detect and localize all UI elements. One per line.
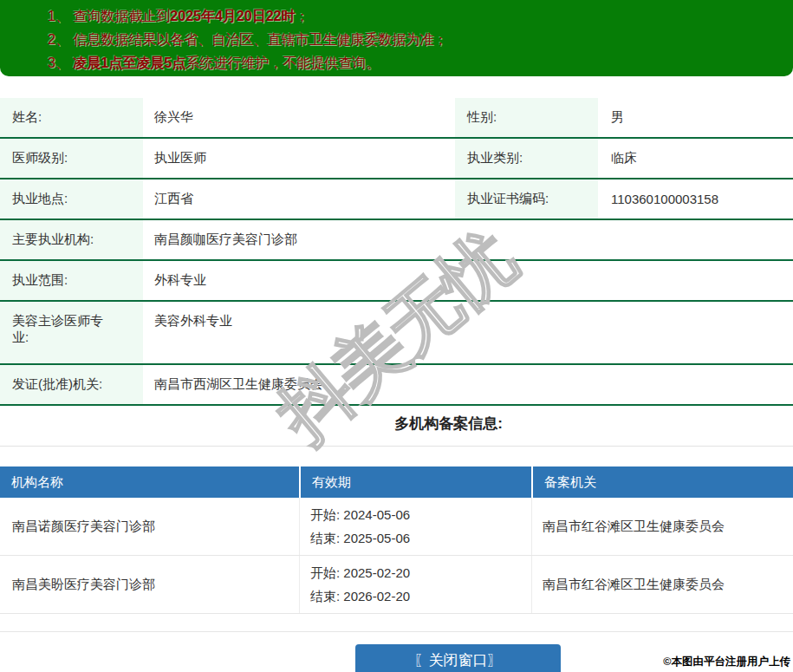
- doctor-info-table: 姓名: 徐兴华 性别: 男 医师级别: 执业医师 执业类别: 临床 执业地点: …: [0, 98, 793, 406]
- field-label-practice-location: 执业地点:: [0, 179, 143, 219]
- notice-line-number: 2、: [48, 32, 69, 47]
- field-label-main-institution: 主要执业机构:: [0, 220, 143, 259]
- table-row-name-gender: 姓名: 徐兴华 性别: 男: [0, 98, 793, 139]
- field-value-practice-scope: 外科专业: [143, 261, 793, 300]
- field-value-gender: 男: [598, 98, 793, 137]
- column-header-validity: 有效期: [299, 466, 531, 498]
- section-title-multi-institution: 多机构备案信息:: [52, 414, 793, 434]
- field-label-name: 姓名:: [0, 98, 143, 137]
- field-label-practice-scope: 执业范围:: [0, 261, 143, 300]
- table-row-issuing-authority: 发证(批准)机关: 南昌市西湖区卫生健康委员会: [0, 365, 793, 406]
- field-value-doctor-level: 执业医师: [143, 139, 455, 178]
- notice-line-1: 1、 查询数据截止到2025年4月20日22时；: [0, 4, 793, 28]
- field-label-gender: 性别:: [455, 98, 598, 137]
- filing-table-header: 机构名称 有效期 备案机关: [0, 466, 793, 498]
- notice-line-3: 3、 凌晨1点至凌晨5点系统进行维护，不能提供查询。: [0, 51, 793, 75]
- notice-line-2: 2、 信息数据结果以各省、自治区、直辖市卫生健康委数据为准；: [0, 28, 793, 51]
- validity-end: 结束: 2025-05-06: [310, 526, 531, 550]
- field-value-cosmetic-specialty: 美容外科专业: [143, 302, 793, 363]
- validity-end: 结束: 2026-02-20: [310, 584, 531, 608]
- field-label-doctor-level: 医师级别:: [0, 139, 143, 178]
- attribution-text: ©本图由平台注册用户上传: [663, 655, 790, 669]
- field-label-issuing-authority: 发证(批准)机关:: [0, 365, 143, 404]
- field-value-practice-location: 江西省: [143, 179, 455, 219]
- field-label-practice-category: 执业类别:: [455, 139, 598, 178]
- table-row-location-license: 执业地点: 江西省 执业证书编码: 110360100003158: [0, 179, 793, 220]
- field-value-name: 徐兴华: [143, 98, 455, 137]
- filing-org-name: 南昌诺颜医疗美容门诊部: [0, 498, 299, 555]
- validity-start: 开始: 2024-05-06: [310, 503, 531, 526]
- notice-line-number: 1、: [48, 9, 69, 23]
- section-divider: [0, 446, 793, 447]
- filing-table: 机构名称 有效期 备案机关 南昌诺颜医疗美容门诊部 开始: 2024-05-06…: [0, 466, 793, 614]
- filing-validity: 开始: 2024-05-06 结束: 2025-05-06: [299, 498, 531, 555]
- table-row-main-institution: 主要执业机构: 南昌颜咖医疗美容门诊部: [0, 220, 793, 261]
- field-value-practice-category: 临床: [598, 139, 793, 178]
- table-row-level-category: 医师级别: 执业医师 执业类别: 临床: [0, 139, 793, 179]
- filing-authority: 南昌市红谷滩区卫生健康委员会: [531, 556, 793, 613]
- field-value-main-institution: 南昌颜咖医疗美容门诊部: [143, 220, 793, 259]
- validity-start: 开始: 2025-02-20: [310, 561, 531, 584]
- notice-banner: 1、 查询数据截止到2025年4月20日22时； 2、 信息数据结果以各省、自治…: [0, 0, 793, 76]
- table-row-cosmetic-specialty: 美容主诊医师专业: 美容外科专业: [0, 302, 793, 365]
- field-label-cosmetic-specialty: 美容主诊医师专业:: [0, 302, 143, 363]
- bottom-divider: [0, 631, 793, 632]
- notice-line-number: 3、: [48, 55, 69, 70]
- close-window-button[interactable]: 〖关闭窗口〗: [355, 644, 561, 672]
- filing-org-name: 南昌美盼医疗美容门诊部: [0, 556, 299, 613]
- filing-row-2: 南昌美盼医疗美容门诊部 开始: 2025-02-20 结束: 2026-02-2…: [0, 556, 793, 614]
- field-value-issuing-authority: 南昌市西湖区卫生健康委员会: [143, 365, 793, 404]
- field-label-license-number: 执业证书编码:: [455, 179, 598, 219]
- column-header-filing-authority: 备案机关: [531, 466, 793, 498]
- filing-authority: 南昌市红谷滩区卫生健康委员会: [531, 498, 793, 555]
- column-header-org-name: 机构名称: [0, 466, 299, 498]
- filing-validity: 开始: 2025-02-20 结束: 2026-02-20: [299, 556, 531, 613]
- filing-row-1: 南昌诺颜医疗美容门诊部 开始: 2024-05-06 结束: 2025-05-0…: [0, 498, 793, 556]
- table-row-practice-scope: 执业范围: 外科专业: [0, 261, 793, 302]
- field-value-license-number: 110360100003158: [598, 179, 793, 219]
